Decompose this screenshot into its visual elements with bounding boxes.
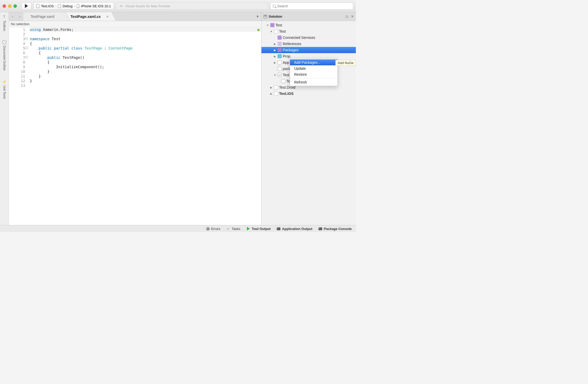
sidebar-tab-document-outline[interactable]: Document Outline <box>3 40 6 71</box>
tree-node[interactable]: Test <box>261 22 356 28</box>
editor-breadcrumb[interactable]: No selection <box>9 21 261 27</box>
left-tool-sidebar: T Toolbox Document Outline Unit Tests <box>0 12 9 225</box>
sidebar-tab-unit-tests[interactable]: Unit Tests <box>2 80 6 99</box>
status-bar-item[interactable]: Errors <box>206 227 220 231</box>
breadcrumb-device: iPhone SE iOS 10.1 <box>81 4 111 8</box>
tree-node[interactable]: Test <box>261 28 356 34</box>
editor-tab[interactable]: TestPage.xaml <box>23 12 63 21</box>
code-line[interactable]: public TestPage() <box>30 55 261 60</box>
context-menu-item[interactable]: Add Packages... <box>290 59 337 65</box>
line-number: 6 <box>9 51 25 55</box>
code-line[interactable]: public partial class TestPage : ContentP… <box>30 46 261 51</box>
tree-node[interactable]: References <box>261 41 356 47</box>
tree-node-label: Packages <box>283 48 299 52</box>
expand-toggle[interactable] <box>273 55 276 58</box>
top-toolbar: Test.iOS › Debug › iPhone SE iOS 10.1 ⋈ … <box>0 0 356 12</box>
line-number: 12 <box>9 79 25 83</box>
code-line[interactable] <box>30 83 261 88</box>
tree-node[interactable]: Connected Services <box>261 34 356 41</box>
code-area[interactable]: using Xamarin.Forms;namespace Test{ publ… <box>28 27 261 225</box>
code-line[interactable]: } <box>30 74 261 79</box>
fold-toggle[interactable]: − <box>25 56 28 58</box>
tree-node-icon <box>278 42 282 46</box>
window-controls <box>3 4 17 8</box>
tree-node-label: Test <box>283 73 289 77</box>
line-number: 3− <box>9 37 25 41</box>
code-line[interactable]: { <box>30 51 261 55</box>
play-icon <box>247 227 250 231</box>
expand-toggle[interactable] <box>270 30 273 33</box>
code-line[interactable]: { <box>30 41 261 46</box>
config-icon <box>58 4 61 8</box>
line-number: 1 <box>9 27 25 32</box>
fold-toggle[interactable]: − <box>25 37 28 40</box>
close-window-button[interactable] <box>3 4 6 8</box>
chevron-down-icon: ▾ <box>257 14 259 19</box>
expand-toggle[interactable] <box>266 24 269 27</box>
expand-toggle[interactable] <box>273 43 276 45</box>
code-line[interactable]: namespace Test <box>30 37 261 41</box>
code-editor[interactable]: 123−45−67−8910111213 using Xamarin.Forms… <box>9 27 261 225</box>
status-bar-item[interactable]: Tool Output <box>247 227 271 231</box>
nav-forward-button[interactable]: › <box>16 12 23 21</box>
status-bar-item[interactable]: Application Output <box>277 227 312 231</box>
expand-toggle[interactable] <box>273 49 276 52</box>
expand-toggle[interactable] <box>273 61 276 64</box>
expand-toggle[interactable] <box>270 92 273 95</box>
tree-node-label: Test <box>279 29 286 33</box>
search-field[interactable] <box>270 2 353 10</box>
device-icon <box>77 4 79 8</box>
sidebar-tab-toolbox[interactable]: T Toolbox <box>3 15 6 31</box>
build-status-indicator <box>257 29 260 31</box>
editor-gutter: 123−45−67−8910111213 <box>9 27 28 225</box>
fold-toggle[interactable]: − <box>25 47 28 49</box>
tree-node-label: Prop <box>283 54 290 58</box>
run-target-breadcrumb[interactable]: Test.iOS › Debug › iPhone SE iOS 10.1 <box>33 2 114 10</box>
solution-panel-header[interactable]: Solution ◻ ✕ <box>261 12 356 21</box>
run-button[interactable] <box>22 2 31 10</box>
toolbox-icon: T <box>3 15 5 19</box>
tree-node-icon <box>274 29 278 33</box>
context-menu-item[interactable]: Refresh <box>290 79 337 85</box>
tabs-overflow-button[interactable]: ▾ <box>257 12 261 21</box>
code-line[interactable]: } <box>30 79 261 83</box>
context-menu-item[interactable]: Update <box>290 65 337 71</box>
status-bar: Errors✓TasksTool OutputApplication Outpu… <box>0 225 356 232</box>
expand-toggle[interactable] <box>270 86 273 89</box>
err-icon <box>206 227 210 231</box>
expand-toggle[interactable] <box>273 74 276 76</box>
tree-node[interactable]: Test.iOS <box>261 90 356 97</box>
editor-tab[interactable]: TestPage.xaml.cs× <box>63 12 109 21</box>
status-bar-label: Errors <box>211 227 220 231</box>
search-input[interactable] <box>277 4 351 8</box>
code-line[interactable]: { <box>30 60 261 65</box>
status-bar-item[interactable]: ✓Tasks <box>226 227 240 231</box>
zoom-window-button[interactable] <box>13 4 17 8</box>
tree-node[interactable]: Packages <box>261 47 356 53</box>
solution-icon <box>264 15 267 18</box>
close-tab-button[interactable]: × <box>106 15 108 19</box>
line-number: 2 <box>9 32 25 37</box>
nav-back-button[interactable]: ‹ <box>9 12 16 21</box>
code-line[interactable]: InitializeComponent(); <box>30 65 261 69</box>
tree-node-label: References <box>283 42 301 46</box>
status-bar-item[interactable]: Package Console <box>319 227 352 231</box>
solution-tree[interactable]: Test Test Connected Services References … <box>261 21 356 225</box>
panel-dock-button[interactable]: ◻ <box>345 15 348 18</box>
code-line[interactable]: using Xamarin.Forms; <box>30 27 261 32</box>
tree-node-icon <box>270 23 274 27</box>
code-line[interactable] <box>30 32 261 37</box>
breadcrumb-config: Debug <box>63 4 72 8</box>
editor-tabs-row: ‹ › TestPage.xamlTestPage.xaml.cs× ▾ <box>9 12 261 21</box>
line-number: 11 <box>9 74 25 79</box>
code-line[interactable]: } <box>30 69 261 74</box>
minimize-window-button[interactable] <box>8 4 11 8</box>
solution-title: Solution <box>269 15 282 18</box>
line-number: 5− <box>9 46 25 51</box>
line-number: 13 <box>9 83 25 88</box>
line-number: 7− <box>9 55 25 60</box>
tree-node-icon <box>278 67 282 71</box>
term-icon <box>277 227 280 231</box>
context-menu-item[interactable]: Restore <box>290 71 337 77</box>
panel-close-button[interactable]: ✕ <box>351 15 354 18</box>
